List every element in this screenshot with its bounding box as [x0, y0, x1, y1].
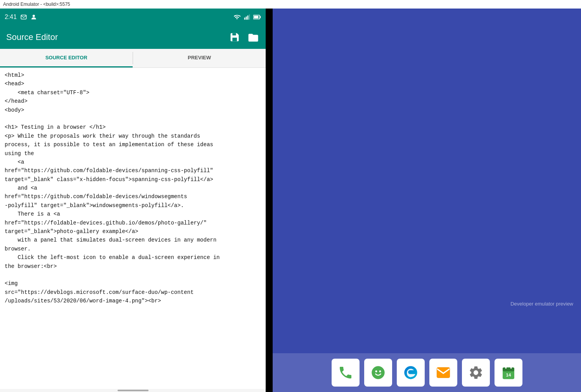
- tab-preview[interactable]: PREVIEW: [133, 49, 266, 67]
- settings-app-icon[interactable]: [462, 359, 490, 387]
- scroll-indicator: [118, 390, 149, 391]
- title-bar-text: Android Emulator - <build>:5575: [3, 2, 70, 7]
- wifi-icon: [233, 13, 241, 21]
- main-layout: 2:41: [0, 9, 581, 392]
- status-right-icons: [233, 13, 261, 21]
- svg-point-9: [372, 366, 384, 379]
- desktop-area: Developer emulator preview: [273, 9, 581, 392]
- developer-preview-label: Developer emulator preview: [510, 301, 573, 307]
- battery-icon: [253, 13, 261, 21]
- mail-app-icon[interactable]: [429, 359, 457, 387]
- save-button[interactable]: [228, 31, 241, 43]
- app-bar: Source Editor: [0, 26, 266, 49]
- svg-rect-2: [244, 17, 246, 19]
- tab-source-editor[interactable]: SOURCE EDITOR: [0, 49, 133, 67]
- svg-point-1: [33, 15, 35, 17]
- app-title: Source Editor: [6, 32, 228, 42]
- edge-app-icon[interactable]: [397, 359, 425, 387]
- status-bar: 2:41: [0, 9, 266, 26]
- svg-rect-4: [247, 16, 249, 20]
- svg-rect-15: [503, 368, 514, 371]
- phone-screen: 2:41: [0, 9, 266, 392]
- status-icons: [20, 13, 38, 21]
- svg-rect-5: [249, 14, 250, 19]
- svg-rect-17: [510, 366, 512, 369]
- svg-point-10: [375, 370, 377, 372]
- phone-border: [266, 9, 273, 392]
- svg-rect-7: [260, 16, 261, 18]
- title-bar: Android Emulator - <build>:5575: [0, 0, 581, 9]
- notification-icon: [20, 13, 28, 21]
- svg-text:14: 14: [506, 372, 511, 377]
- svg-rect-8: [254, 16, 259, 19]
- signal-icon: [243, 13, 251, 21]
- folder-button[interactable]: [247, 31, 259, 43]
- taskbar: 14: [273, 353, 581, 392]
- bottom-bar: [0, 389, 266, 392]
- tabs: SOURCE EDITOR PREVIEW: [0, 49, 266, 68]
- account-icon: [30, 13, 38, 21]
- editor-content[interactable]: <html> <head> <meta charset="UTF-8"> </h…: [0, 68, 266, 389]
- status-time: 2:41: [5, 14, 17, 21]
- svg-rect-16: [505, 366, 506, 369]
- svg-point-11: [379, 370, 381, 372]
- feedback-app-icon[interactable]: [364, 359, 392, 387]
- calendar-app-icon[interactable]: 14: [495, 359, 522, 387]
- phone-app-icon[interactable]: [332, 359, 360, 387]
- app-bar-icons: [228, 31, 259, 43]
- svg-rect-3: [246, 17, 247, 20]
